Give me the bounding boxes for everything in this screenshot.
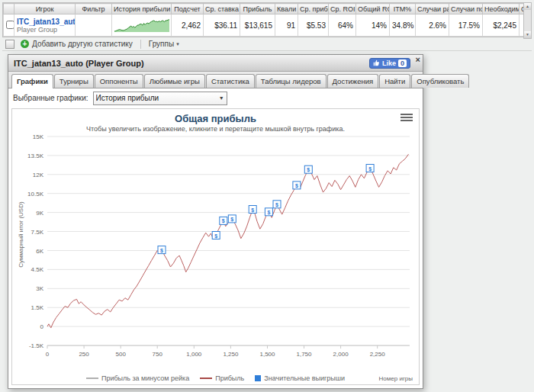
- svg-text:3K: 3K: [36, 285, 43, 292]
- column-header[interactable]: Необходимь: [483, 4, 520, 14]
- stat-value-cell: $2,245: [483, 14, 520, 37]
- column-header[interactable]: Квали: [275, 4, 298, 14]
- tab-7[interactable]: Достижения: [327, 74, 379, 88]
- legend-label: Прибыль за минусом рейка: [101, 374, 189, 382]
- svg-text:2,250: 2,250: [370, 351, 386, 358]
- table-scrollbar[interactable]: ▲ ▼: [523, 2, 532, 39]
- chart-legend: Прибыль за минусом рейкаПрибыльЗначитель…: [12, 374, 419, 382]
- profit-chart[interactable]: -1.5K01.5K3K4.5K6K7.5K9K10.5K12K13.5K15K…: [12, 133, 417, 374]
- filter-cell: [76, 14, 112, 37]
- tab-9[interactable]: Опубликовать: [411, 74, 469, 88]
- svg-text:750: 750: [153, 351, 163, 358]
- close-icon[interactable]: ×: [416, 56, 420, 64]
- chart-menu-icon[interactable]: [400, 114, 413, 123]
- significant-win-markers: $$$$$$$$$$: [158, 165, 374, 254]
- row-checkbox[interactable]: [6, 21, 14, 29]
- chart-subtitle: Чтобы увеличить изображение, кликните и …: [12, 125, 419, 133]
- caret-down-icon: ▾: [176, 41, 179, 47]
- column-header[interactable]: Подсчет: [172, 4, 204, 14]
- chart-type-select[interactable]: История прибыли ▼: [93, 92, 227, 105]
- chart-controls: Выбранные графики: История прибыли ▼: [8, 88, 423, 108]
- tab-6[interactable]: Таблицы лидеров: [256, 74, 327, 88]
- chart-container: Общая прибыль Чтобы увеличить изображени…: [11, 108, 420, 385]
- column-header[interactable]: Общий ROI: [356, 4, 390, 14]
- stat-value-cell: 14%: [356, 14, 390, 37]
- panel-title: ITC_jatan13_auto (Player Group): [8, 59, 369, 68]
- player-name-link[interactable]: ITC_jatan13_auto: [17, 18, 72, 26]
- gridlines: -1.5K01.5K3K4.5K6K7.5K9K10.5K12K13.5K15K: [27, 133, 410, 349]
- tab-2[interactable]: Турниры: [54, 74, 94, 88]
- add-statistic-button[interactable]: + Добавить другую статистику: [21, 40, 133, 48]
- svg-text:$: $: [160, 248, 163, 254]
- column-header[interactable]: Игрок: [14, 4, 76, 14]
- svg-text:1.5K: 1.5K: [31, 304, 44, 311]
- svg-text:$: $: [275, 202, 278, 208]
- stat-value-cell: 2,462: [172, 14, 204, 37]
- stats-table-container: ИгрокФильтрИстория прибылиПодсчетСр. ста…: [2, 2, 525, 37]
- legend-item[interactable]: Прибыль: [200, 374, 244, 382]
- tab-8[interactable]: Найти: [379, 74, 410, 88]
- tab-3[interactable]: Оппоненты: [95, 74, 143, 88]
- row-select-cell: [4, 14, 14, 37]
- tab-1[interactable]: Графики: [11, 74, 53, 88]
- tab-4[interactable]: Любимые игры: [144, 74, 205, 88]
- stat-value-cell: 91: [275, 14, 298, 37]
- tab-5[interactable]: Статистика: [206, 74, 255, 88]
- plus-icon: +: [21, 40, 29, 48]
- tab-bar: ГрафикиТурнирыОппонентыЛюбимые игрыСтати…: [8, 72, 423, 88]
- x-axis-title: Номер игры: [379, 375, 413, 382]
- svg-text:$: $: [214, 233, 217, 239]
- chart-select-value: История прибыли: [96, 94, 219, 102]
- svg-text:$: $: [368, 166, 372, 172]
- caret-down-icon: ▼: [219, 95, 224, 101]
- like-count: 0: [398, 59, 407, 67]
- svg-text:4.5K: 4.5K: [31, 266, 44, 273]
- svg-text:1,000: 1,000: [186, 351, 202, 358]
- groups-dropdown[interactable]: Группы ▾: [149, 40, 179, 48]
- svg-text:$: $: [295, 183, 298, 189]
- column-header[interactable]: Прибыль: [240, 4, 275, 14]
- svg-text:$: $: [222, 218, 225, 224]
- stat-value-cell: $5.53: [298, 14, 329, 37]
- svg-text:$: $: [307, 167, 310, 173]
- like-label: Like: [382, 59, 396, 67]
- player-type-label: Player Group: [17, 26, 72, 34]
- column-header[interactable]: Фильтр: [76, 4, 112, 14]
- svg-text:7.5K: 7.5K: [31, 229, 44, 236]
- stat-value-cell: 2.6%: [416, 14, 449, 37]
- profit-sparkline: [114, 17, 169, 32]
- player-group-panel: ITC_jatan13_auto (Player Group) Like 0 ×…: [8, 54, 423, 389]
- scroll-up-icon[interactable]: ▲: [524, 3, 531, 10]
- facebook-like-button[interactable]: Like 0: [369, 58, 410, 69]
- svg-text:12K: 12K: [33, 172, 44, 178]
- profit-line: [47, 154, 409, 328]
- thumb-up-icon: [373, 59, 380, 66]
- svg-text:$: $: [267, 210, 270, 216]
- chart-title: Общая прибыль: [12, 113, 419, 124]
- legend-item[interactable]: Значительные выигрыши: [255, 374, 345, 382]
- legend-item[interactable]: Прибыль за минусом рейка: [86, 374, 189, 382]
- add-statistic-label: Добавить другую статистику: [32, 40, 133, 48]
- column-header[interactable]: Ср. ROI: [329, 4, 356, 14]
- column-header[interactable]: История прибыли: [112, 4, 172, 14]
- stats-toolbar: + Добавить другую статистику Группы ▾: [2, 37, 532, 51]
- column-header[interactable]: Ср. прибы: [298, 4, 329, 14]
- table-row[interactable]: ITC_jatan13_auto Player Group 2,462$36.1…: [4, 14, 526, 37]
- svg-text:1,500: 1,500: [259, 351, 275, 358]
- x-axis-ticks: 02505007501,0001,2501,5001,7502,0002,250: [46, 345, 385, 358]
- svg-text:15K: 15K: [33, 133, 44, 140]
- legend-line-icon: [86, 378, 98, 379]
- stat-value-cell: 64%: [329, 14, 356, 37]
- column-header[interactable]: ITM%: [390, 4, 416, 14]
- svg-text:$: $: [251, 207, 254, 214]
- column-header[interactable]: Случаи ран: [416, 4, 449, 14]
- svg-text:6K: 6K: [36, 248, 43, 255]
- column-header[interactable]: Ср. ставка: [204, 4, 240, 14]
- panel-header: ITC_jatan13_auto (Player Group) Like 0 ×: [8, 55, 423, 72]
- legend-square-icon: [255, 375, 261, 381]
- column-header[interactable]: Случаи по:: [449, 4, 483, 14]
- svg-text:2,000: 2,000: [333, 351, 349, 358]
- select-all-header[interactable]: [4, 4, 14, 14]
- grid-icon[interactable]: [5, 40, 14, 49]
- legend-label: Значительные выигрыши: [264, 374, 345, 382]
